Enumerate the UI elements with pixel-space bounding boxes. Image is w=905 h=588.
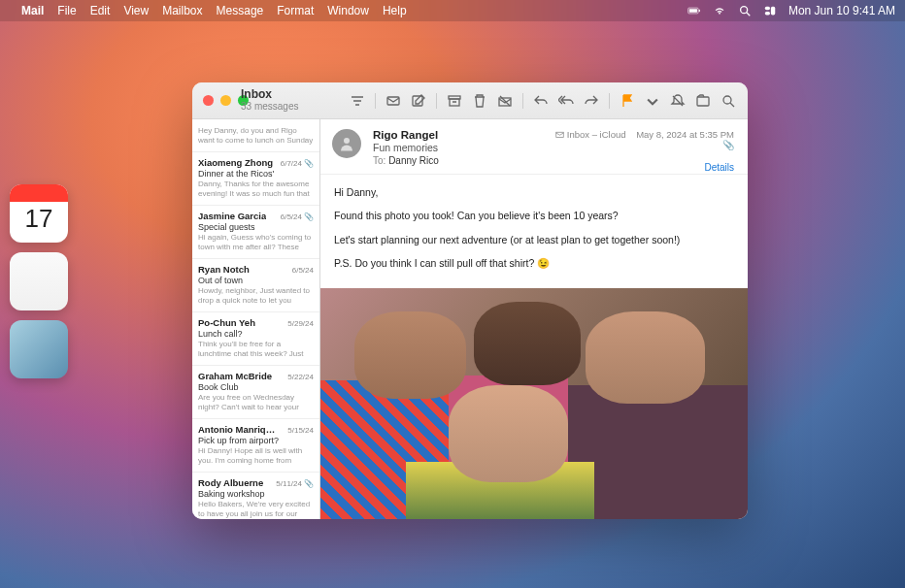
close-button[interactable] — [203, 95, 214, 106]
toolbar — [346, 90, 748, 112]
move-button[interactable] — [691, 90, 715, 112]
clock[interactable]: Mon Jun 10 9:41 AM — [788, 4, 895, 17]
menu-file[interactable]: File — [57, 4, 76, 17]
svg-rect-13 — [697, 97, 709, 106]
menu-window[interactable]: Window — [327, 4, 369, 17]
list-item[interactable]: Ryan Notch6/5/24Out of townHowdy, neighb… — [192, 259, 319, 312]
list-item[interactable]: Jasmine Garcia6/5/24📎Special guestsHi ag… — [192, 206, 319, 259]
search-button[interactable] — [717, 90, 740, 112]
svg-point-14 — [723, 96, 731, 104]
svg-point-15 — [344, 138, 350, 144]
compose-button[interactable] — [407, 90, 430, 112]
photos-widget[interactable] — [10, 320, 68, 378]
svg-point-3 — [741, 7, 748, 14]
message-body: Hi Danny, Found this photo you took! Can… — [320, 175, 748, 288]
email-date: May 8, 2024 at 5:35 PM — [636, 129, 734, 140]
attachment-icon: 📎 — [555, 140, 734, 150]
app-menu[interactable]: Mail — [21, 4, 44, 17]
svg-line-4 — [747, 13, 751, 16]
svg-rect-2 — [699, 10, 700, 12]
titlebar: Inbox 33 messages — [192, 82, 748, 119]
details-link[interactable]: Details — [555, 162, 734, 173]
menu-view[interactable]: View — [123, 4, 149, 17]
list-item[interactable]: Po-Chun Yeh5/29/24Lunch call?Think you'l… — [192, 312, 319, 366]
message-header: Rigo Rangel Fun memories To: Danny Rico … — [320, 119, 748, 175]
svg-rect-5 — [765, 7, 770, 11]
list-item[interactable]: Graham McBride5/22/24Book ClubAre you fr… — [192, 366, 319, 419]
list-item[interactable]: Rody Albuerne5/11/24📎Baking workshopHell… — [192, 473, 319, 519]
inbox-button[interactable] — [382, 90, 405, 112]
svg-rect-1 — [689, 10, 697, 14]
wifi-icon[interactable] — [713, 4, 726, 18]
mute-button[interactable] — [666, 90, 689, 112]
forward-button[interactable] — [580, 90, 603, 112]
list-item[interactable]: Antonio Manriquez5/15/24Pick up from air… — [192, 419, 319, 473]
svg-rect-8 — [387, 97, 399, 105]
menu-edit[interactable]: Edit — [90, 4, 111, 17]
mail-window: Inbox 33 messages — [192, 82, 748, 519]
trash-button[interactable] — [468, 90, 491, 112]
photo-attachment[interactable] — [320, 288, 748, 519]
archive-button[interactable] — [443, 90, 466, 112]
flag-dropdown[interactable] — [641, 90, 664, 112]
battery-icon[interactable] — [687, 4, 701, 18]
reply-button[interactable] — [529, 90, 553, 112]
list-item[interactable]: Hey Danny, do you and Rigo want to come … — [192, 119, 319, 152]
minimize-button[interactable] — [220, 95, 231, 106]
window-title: Inbox — [241, 87, 298, 101]
message-pane: Rigo Rangel Fun memories To: Danny Rico … — [320, 119, 748, 519]
flag-button[interactable] — [616, 90, 639, 112]
sender-avatar[interactable] — [332, 129, 361, 158]
desktop-widgets: 17 — [10, 184, 68, 378]
notes-widget[interactable] — [10, 252, 68, 310]
filter-button[interactable] — [346, 90, 369, 112]
calendar-day: 17 — [10, 202, 68, 234]
folder-label: Inbox – iCloud — [555, 129, 625, 140]
calendar-widget[interactable]: 17 — [10, 184, 68, 243]
svg-rect-7 — [765, 12, 770, 16]
svg-rect-6 — [771, 7, 775, 16]
menu-message[interactable]: Message — [217, 4, 264, 17]
menu-help[interactable]: Help — [383, 4, 407, 17]
junk-button[interactable] — [493, 90, 517, 112]
message-list[interactable]: Hey Danny, do you and Rigo want to come … — [192, 119, 320, 519]
menu-format[interactable]: Format — [277, 4, 314, 17]
spotlight-icon[interactable] — [738, 4, 752, 18]
menubar: Mail File Edit View Mailbox Message Form… — [0, 0, 905, 21]
control-center-icon[interactable] — [763, 4, 777, 18]
list-item[interactable]: Xiaomeng Zhong6/7/24📎Dinner at the Ricos… — [192, 152, 319, 206]
menu-mailbox[interactable]: Mailbox — [162, 4, 202, 17]
message-count: 33 messages — [241, 101, 298, 112]
reply-all-button[interactable] — [554, 90, 578, 112]
